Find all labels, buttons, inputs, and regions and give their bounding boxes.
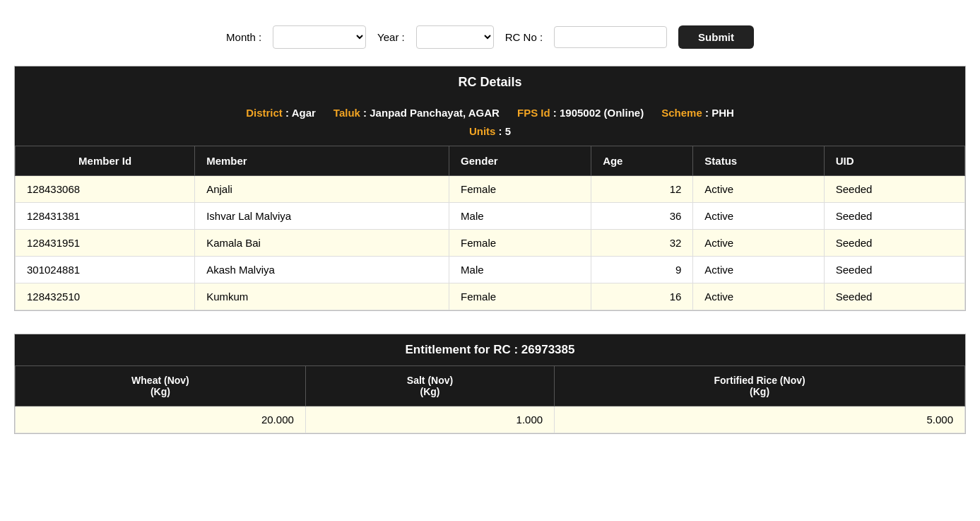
units-value: 5 <box>505 125 511 137</box>
table-row: 128431381 Ishvar Lal Malviya Male 36 Act… <box>16 203 965 230</box>
cell-salt: 1.000 <box>305 406 554 433</box>
cell-member-name: Kumkum <box>195 283 449 310</box>
col-salt: Salt (Nov)(Kg) <box>305 366 554 406</box>
scheme-value: PHH <box>712 107 734 119</box>
table-row: 20.000 1.000 5.000 <box>16 406 965 433</box>
rc-no-label: RC No : <box>505 31 543 43</box>
fps-label: FPS Id <box>517 107 550 119</box>
cell-uid: Seeded <box>824 176 964 203</box>
col-wheat: Wheat (Nov)(Kg) <box>16 366 306 406</box>
cell-age: 9 <box>591 257 693 283</box>
cell-status: Active <box>693 283 824 310</box>
members-table-header: Member Id Member Gender Age Status UID <box>16 146 965 176</box>
cell-uid: Seeded <box>824 203 964 230</box>
district-label: District <box>246 107 283 119</box>
cell-member-id: 128433068 <box>16 176 195 203</box>
year-select[interactable]: 2023 2024 2025 <box>416 25 494 49</box>
entitlement-title: Entitlement for RC : 26973385 <box>15 334 965 365</box>
col-member-id: Member Id <box>16 146 195 176</box>
table-row: 128433068 Anjali Female 12 Active Seeded <box>16 176 965 203</box>
cell-rice: 5.000 <box>555 406 965 433</box>
entitlement-table-body: 20.000 1.000 5.000 <box>16 406 965 433</box>
cell-member-name: Anjali <box>195 176 449 203</box>
table-row: 301024881 Akash Malviya Male 9 Active Se… <box>16 257 965 283</box>
units-label: Units <box>469 125 496 137</box>
cell-member-name: Akash Malviya <box>195 257 449 283</box>
filter-bar: Month : January February March April May… <box>14 14 966 66</box>
district-value: Agar <box>292 107 316 119</box>
cell-member-id: 128432510 <box>16 283 195 310</box>
year-label: Year : <box>377 31 405 43</box>
cell-uid: Seeded <box>824 230 964 257</box>
cell-member-name: Kamala Bai <box>195 230 449 257</box>
cell-status: Active <box>693 176 824 203</box>
cell-status: Active <box>693 257 824 283</box>
table-row: 128431951 Kamala Bai Female 32 Active Se… <box>16 230 965 257</box>
col-status: Status <box>693 146 824 176</box>
cell-uid: Seeded <box>824 257 964 283</box>
month-label: Month : <box>226 31 261 43</box>
taluk-label: Taluk <box>333 107 360 119</box>
table-row: 128432510 Kumkum Female 16 Active Seeded <box>16 283 965 310</box>
month-select[interactable]: January February March April May June Ju… <box>273 25 366 49</box>
cell-member-id: 128431381 <box>16 203 195 230</box>
members-table: Member Id Member Gender Age Status UID 1… <box>15 146 965 310</box>
cell-status: Active <box>693 203 824 230</box>
taluk-value: Janpad Panchayat, AGAR <box>370 107 500 119</box>
entitlement-section: Entitlement for RC : 26973385 Wheat (Nov… <box>14 334 966 434</box>
cell-gender: Female <box>449 176 591 203</box>
cell-age: 32 <box>591 230 693 257</box>
cell-member-id: 128431951 <box>16 230 195 257</box>
members-table-body: 128433068 Anjali Female 12 Active Seeded… <box>16 176 965 310</box>
submit-button[interactable]: Submit <box>678 25 754 49</box>
cell-age: 36 <box>591 203 693 230</box>
rc-no-input[interactable]: 26973385 <box>554 26 667 48</box>
col-age: Age <box>591 146 693 176</box>
rc-meta-row: District : Agar Taluk : Janpad Panchayat… <box>15 98 965 146</box>
cell-age: 12 <box>591 176 693 203</box>
scheme-label: Scheme <box>661 107 702 119</box>
cell-gender: Male <box>449 257 591 283</box>
cell-member-name: Ishvar Lal Malviya <box>195 203 449 230</box>
cell-wheat: 20.000 <box>16 406 306 433</box>
cell-age: 16 <box>591 283 693 310</box>
rc-details-title: RC Details <box>15 66 965 98</box>
col-gender: Gender <box>449 146 591 176</box>
cell-status: Active <box>693 230 824 257</box>
cell-gender: Female <box>449 283 591 310</box>
col-uid: UID <box>824 146 964 176</box>
rc-details-section: RC Details District : Agar Taluk : Janpa… <box>14 66 966 311</box>
cell-uid: Seeded <box>824 283 964 310</box>
fps-value: 1905002 (Online) <box>560 107 644 119</box>
entitlement-table: Wheat (Nov)(Kg) Salt (Nov)(Kg) Fortified… <box>15 365 965 433</box>
cell-gender: Male <box>449 203 591 230</box>
cell-member-id: 301024881 <box>16 257 195 283</box>
col-member: Member <box>195 146 449 176</box>
cell-gender: Female <box>449 230 591 257</box>
entitlement-table-header: Wheat (Nov)(Kg) Salt (Nov)(Kg) Fortified… <box>16 366 965 406</box>
col-rice: Fortified Rice (Nov)(Kg) <box>555 366 965 406</box>
